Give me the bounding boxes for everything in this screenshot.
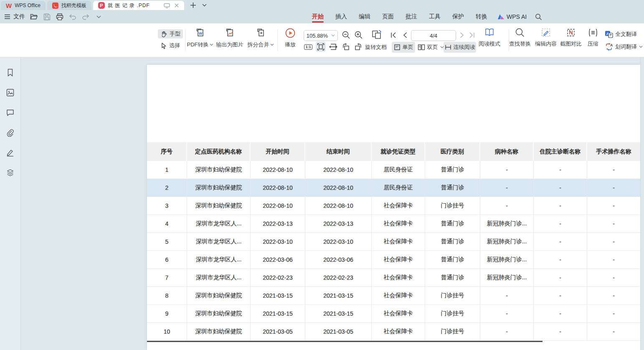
find-replace-button[interactable]: 查找替换: [508, 28, 532, 48]
print-icon[interactable]: [55, 12, 64, 21]
hand-tool-button[interactable]: 手型: [158, 29, 183, 38]
table-cell: 社会保障卡: [372, 305, 425, 322]
table-cell: 深圳市妇幼保健院: [187, 305, 251, 322]
table-cell: -: [534, 215, 587, 232]
table-header-cell: 手术操作名称: [587, 142, 640, 161]
save-icon[interactable]: [42, 12, 51, 21]
table-cell: 社会保障卡: [372, 215, 425, 232]
table-row[interactable]: 5深圳市龙华区人...2022-03-102022-03-10社会保障卡普通门诊…: [147, 233, 640, 251]
split-merge-button[interactable]: 拆分合并: [246, 28, 276, 49]
table-cell: 社会保障卡: [372, 269, 425, 286]
previous-page-icon[interactable]: [401, 31, 409, 39]
replace-pages-icon[interactable]: [371, 29, 383, 41]
full-text-translate-button[interactable]: A 全文翻译: [605, 31, 637, 38]
table-cell: 2022-08-10: [305, 197, 372, 215]
rotate-right-icon[interactable]: [353, 42, 363, 52]
play-icon: [285, 28, 296, 38]
table-cell: 新冠肺炎门诊...: [480, 251, 534, 268]
table-cell: -: [534, 197, 587, 215]
find-replace-icon: [515, 28, 525, 38]
screenshot-compare-button[interactable]: 截图对比: [559, 28, 583, 48]
table-cell: 门诊挂号: [425, 323, 480, 340]
play-button[interactable]: 播放: [276, 28, 305, 49]
table-cell: -: [587, 215, 640, 232]
close-tab-icon[interactable]: [174, 3, 179, 8]
select-tool-button[interactable]: 选择: [158, 41, 183, 50]
pdf-convert-button[interactable]: W PDF转换: [185, 28, 215, 49]
tab-wps-office[interactable]: W WPS Office: [1, 1, 46, 10]
tab-edit[interactable]: 编辑: [353, 10, 376, 23]
vertical-scrollbar[interactable]: [640, 57, 644, 350]
left-panel-rail: [0, 57, 21, 350]
word-translate-button[interactable]: xA 划词翻译: [605, 43, 643, 51]
table-cell: 9: [147, 305, 187, 322]
table-row[interactable]: 3深圳市妇幼保健院2022-08-102022-08-10社会保障卡门诊挂号--…: [147, 197, 640, 215]
table-cell: 2021-03-15: [305, 287, 372, 304]
table-row[interactable]: 8深圳市妇幼保健院2021-03-152021-03-15社会保障卡门诊挂号--…: [147, 287, 640, 305]
fit-page-button[interactable]: [316, 42, 326, 52]
wps-ai-button[interactable]: WPS AI: [493, 13, 531, 20]
wps-pdf-window: W WPS Office 找稻壳模板 P 就 医 记 录 .PDF: [0, 0, 644, 350]
undo-icon[interactable]: [68, 12, 77, 21]
split-merge-icon: [255, 28, 266, 38]
table-row[interactable]: 4深圳市龙华区人...2022-03-132022-03-13社会保障卡普通门诊…: [147, 215, 640, 233]
rotate-left-icon[interactable]: [341, 42, 351, 52]
compress-button[interactable]: 压缩: [584, 28, 602, 48]
rotate-document-button[interactable]: 旋转文档: [365, 42, 387, 53]
table-header-cell: 病种名称: [480, 142, 534, 161]
attachment-icon[interactable]: [5, 127, 16, 138]
single-page-button[interactable]: 单页: [392, 42, 415, 53]
first-page-icon[interactable]: [389, 31, 398, 39]
tab-home[interactable]: 开始: [306, 10, 330, 23]
double-page-button[interactable]: 双页: [417, 42, 444, 53]
customize-toolbar-chevron-icon[interactable]: [94, 12, 103, 21]
table-cell: 新冠肺炎门诊...: [480, 215, 534, 232]
table-row[interactable]: 7深圳市龙华区人...2022-02-232022-02-23社会保障卡普通门诊…: [147, 269, 640, 287]
table-row[interactable]: 6深圳市龙华区人...2022-03-062022-03-06社会保障卡普通门诊…: [147, 251, 640, 269]
signature-icon[interactable]: [5, 147, 16, 158]
edit-content-button[interactable]: 编辑内容: [534, 28, 558, 48]
new-tab-button[interactable]: [190, 2, 196, 8]
table-cell: 深圳市妇幼保健院: [187, 323, 251, 340]
table-row[interactable]: 9深圳市妇幼保健院2021-03-152021-03-15社会保障卡门诊挂号--…: [147, 305, 640, 323]
present-on-screen-icon[interactable]: [164, 3, 170, 8]
table-row[interactable]: 2深圳市妇幼保健院2022-08-102022-08-10居民身份证普通门诊--…: [147, 179, 640, 197]
reading-mode-button[interactable]: 阅读模式: [474, 28, 505, 48]
table-cell: -: [587, 305, 640, 322]
tab-insert[interactable]: 插入: [330, 10, 353, 23]
export-image-icon: [224, 28, 235, 38]
continuous-reading-button[interactable]: 连续阅读: [444, 42, 476, 53]
comment-icon[interactable]: [5, 107, 16, 118]
pdf-page[interactable]: 序号定点医药机构名称开始时间结束时间就诊凭证类型医疗类别病种名称住院主诊断名称手…: [147, 65, 640, 350]
layers-icon[interactable]: [5, 167, 16, 178]
redo-icon[interactable]: [81, 12, 90, 21]
tab-list-chevron-icon[interactable]: [202, 4, 207, 7]
fit-width-button[interactable]: [328, 42, 338, 52]
open-file-icon[interactable]: [29, 12, 38, 21]
zoom-level-combo[interactable]: 105.88%: [304, 30, 338, 41]
table-cell: -: [480, 323, 534, 340]
tab-tools[interactable]: 工具: [423, 10, 446, 23]
tab-convert[interactable]: 转换: [470, 10, 493, 23]
page-number-field[interactable]: 4/4: [411, 30, 456, 41]
bookmark-icon[interactable]: [5, 67, 16, 78]
svg-text:x: x: [606, 47, 608, 51]
search-icon[interactable]: [531, 13, 546, 20]
tab-page[interactable]: 页面: [376, 10, 400, 23]
tab-pdf-document[interactable]: P 就 医 记 录 .PDF: [93, 1, 184, 10]
table-row[interactable]: 10深圳市妇幼保健院2021-03-052021-03-05社会保障卡门诊挂号-…: [147, 323, 640, 341]
export-as-image-button[interactable]: 输出为图片: [215, 28, 245, 49]
menu-bar: 文件 开始 插入 编辑: [0, 10, 644, 23]
table-row[interactable]: 1深圳市妇幼保健院2022-08-102022-08-10居民身份证普通门诊--…: [147, 161, 640, 179]
tab-docer-templates[interactable]: 找稻壳模板: [47, 1, 91, 10]
table-cell: 2022-03-13: [251, 215, 305, 232]
tab-label: WPS Office: [15, 3, 41, 8]
document-title: 就 医 记 录 .PDF: [108, 2, 150, 9]
zoom-out-icon[interactable]: [342, 31, 350, 39]
tab-protect[interactable]: 保护: [446, 10, 470, 23]
thumbnail-icon[interactable]: [5, 87, 16, 98]
actual-size-button[interactable]: 1:1: [303, 42, 313, 52]
next-page-icon[interactable]: [458, 31, 466, 39]
zoom-in-icon[interactable]: [354, 31, 363, 39]
tab-annotate[interactable]: 批注: [400, 10, 423, 23]
